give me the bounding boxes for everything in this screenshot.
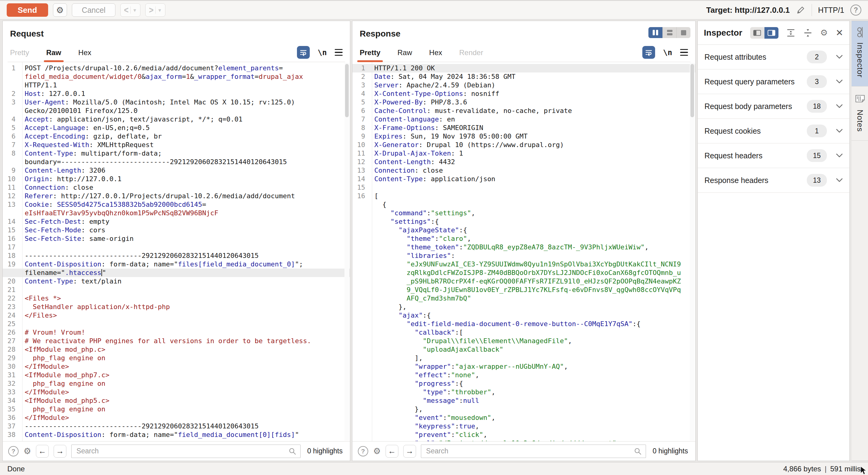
word-wrap-icon[interactable] xyxy=(297,46,310,59)
code-row: 10Origin: http://127.0.0.1 xyxy=(3,175,350,183)
search-next-button[interactable]: → xyxy=(54,445,66,457)
request-scrollbar[interactable] xyxy=(344,63,349,441)
search-next-button[interactable]: → xyxy=(403,445,416,457)
request-search-input[interactable] xyxy=(71,445,301,458)
code-row: 4X-Content-Type-Options: nosniff xyxy=(352,90,695,98)
collapse-all-icon[interactable] xyxy=(803,28,812,37)
code-row: 26# Vroum! Vroum! xyxy=(3,328,350,337)
request-panel: Request PrettyRawHex \n xyxy=(2,21,350,461)
back-dropdown-caret-icon[interactable]: ▼ xyxy=(132,8,137,13)
code-row: "settings":{ xyxy=(352,217,695,226)
inspector-title: Inspector xyxy=(704,28,742,38)
forward-request-button[interactable]: > ▼ xyxy=(145,3,165,17)
http-version-label[interactable]: HTTP/1 xyxy=(818,6,844,14)
search-settings-gear-icon[interactable]: ⚙ xyxy=(373,446,381,456)
code-row: 27# We reactivate PHP engines for all ve… xyxy=(3,337,350,345)
inspector-section-row[interactable]: Request body parameters 18 xyxy=(698,94,849,119)
side-tab-strip: Inspector Notes xyxy=(851,21,868,461)
cancel-button[interactable]: Cancel xyxy=(72,3,116,17)
request-editor[interactable]: 1POST /Projects/drupal-10.2.6/media/add/… xyxy=(3,62,350,441)
main-area: Request PrettyRawHex \n xyxy=(0,20,868,462)
response-search-input[interactable] xyxy=(421,445,646,458)
code-row: 12Referer: http://127.0.0.1/Projects/dru… xyxy=(3,192,350,200)
code-row: filename=".htaccess" xyxy=(3,268,350,277)
chevron-down-icon xyxy=(836,55,843,59)
magnifier-icon xyxy=(288,447,296,455)
code-row: 25 xyxy=(3,320,350,328)
tab-pretty[interactable]: Pretty xyxy=(10,49,29,62)
inspector-section-row[interactable]: Request cookies 1 xyxy=(698,119,849,144)
word-wrap-icon[interactable] xyxy=(642,46,655,59)
response-search-bar: ? ⚙ ← → 0 highlights xyxy=(352,441,695,461)
chevron-left-icon: < xyxy=(124,5,128,15)
code-row: 34<IfModule mod_php5.c> xyxy=(3,397,350,405)
chevron-right-icon: > xyxy=(149,5,154,15)
tab-hex[interactable]: Hex xyxy=(429,49,442,62)
editor-menu-icon[interactable] xyxy=(680,49,688,56)
send-button[interactable]: Send xyxy=(7,3,48,17)
search-help-icon[interactable]: ? xyxy=(8,446,19,456)
send-settings-gear-icon[interactable]: ⚙ xyxy=(53,3,67,17)
code-row: 7X-Requested-With: XMLHttpRequest xyxy=(3,141,350,149)
inspector-section-row[interactable]: Request attributes 2 xyxy=(698,45,849,69)
code-row: AFQ_c7md3shm7bQ" xyxy=(352,294,695,303)
tab-hex[interactable]: Hex xyxy=(78,49,91,62)
edit-pencil-icon[interactable] xyxy=(796,5,806,15)
code-row: 12Content-Length: 4432 xyxy=(352,158,695,166)
request-scrollbar-thumb[interactable] xyxy=(345,64,349,117)
layout-single-button[interactable] xyxy=(676,27,690,38)
dock-left-button[interactable] xyxy=(750,27,765,39)
code-row: 15Sec-Fetch-Mode: cors xyxy=(3,226,350,234)
layout-rows-button[interactable] xyxy=(662,27,676,38)
side-tab-notes-label: Notes xyxy=(855,109,865,132)
expand-all-icon[interactable] xyxy=(786,28,795,37)
response-scrollbar-thumb[interactable] xyxy=(690,64,694,117)
inspector-section-label: Request body parameters xyxy=(705,102,807,111)
side-tab-notes[interactable]: Notes xyxy=(851,87,868,141)
inspector-section-label: Request query parameters xyxy=(705,77,807,86)
code-row: { xyxy=(352,200,695,209)
search-prev-button[interactable]: ← xyxy=(385,445,398,457)
inspector-settings-gear-icon[interactable]: ⚙ xyxy=(820,28,828,38)
code-row: 23 SetHandler application/x-httpd-php xyxy=(3,303,350,311)
response-highlights-count: 0 highlights xyxy=(651,447,690,455)
code-row: 35 php_flag engine on xyxy=(3,405,350,413)
search-settings-gear-icon[interactable]: ⚙ xyxy=(24,446,31,456)
tab-render[interactable]: Render xyxy=(459,49,483,62)
forward-dropdown-caret-icon[interactable]: ▼ xyxy=(157,8,162,13)
code-row: 13Connection: close xyxy=(352,166,695,175)
inspector-section-row[interactable]: Response headers 13 xyxy=(698,168,849,193)
response-viewer[interactable]: 1HTTP/1.1 200 OK2Date: Sat, 04 May 2024 … xyxy=(352,62,695,441)
search-prev-button[interactable]: ← xyxy=(36,445,49,457)
inspector-dock-toggle xyxy=(750,27,778,39)
response-scrollbar[interactable] xyxy=(690,63,695,441)
request-search-bar: ? ⚙ ← → 0 highlights xyxy=(3,441,350,461)
inspector-section-row[interactable]: Request headers 15 xyxy=(698,144,849,168)
editor-menu-icon[interactable] xyxy=(335,49,343,56)
code-row: 9Content-Length: 3206 xyxy=(3,166,350,175)
code-row: "eJx9UNFuwzAI_CE3-YZ9SUUIWdmw8Qyu1n19nSp… xyxy=(352,260,695,268)
code-row: Gecko/20100101 Firefox/125.0 xyxy=(3,106,350,115)
code-row: HTTP/1.1 xyxy=(3,81,350,90)
back-request-button[interactable]: < ▼ xyxy=(120,3,141,17)
inspector-close-icon[interactable]: ✕ xyxy=(836,27,843,38)
linebreak-toggle-icon[interactable]: \n xyxy=(663,48,672,57)
code-row: 8Content-Type: multipart/form-data; xyxy=(3,149,350,158)
inspector-section-row[interactable]: Request query parameters 3 xyxy=(698,69,849,94)
side-tab-inspector[interactable]: Inspector xyxy=(851,21,868,87)
tab-raw[interactable]: Raw xyxy=(46,49,61,62)
tab-raw[interactable]: Raw xyxy=(398,49,412,62)
request-highlights-count: 0 highlights xyxy=(306,447,344,455)
chevron-down-icon xyxy=(836,80,843,84)
linebreak-toggle-icon[interactable]: \n xyxy=(318,48,327,57)
inspector-sections: Request attributes 2 Request query param… xyxy=(698,45,849,193)
help-icon[interactable]: ? xyxy=(850,5,861,15)
code-row: 14Content-Type: application/json xyxy=(352,175,695,183)
code-row: 11Connection: close xyxy=(3,183,350,192)
request-tabs: PrettyRawHex \n xyxy=(8,39,345,62)
tab-pretty[interactable]: Pretty xyxy=(360,49,380,62)
code-row: "edit-field-media-document-0-remove-butt… xyxy=(352,320,695,328)
dock-right-button[interactable] xyxy=(765,27,779,39)
layout-columns-button[interactable] xyxy=(648,27,662,38)
search-help-icon[interactable]: ? xyxy=(358,446,368,456)
